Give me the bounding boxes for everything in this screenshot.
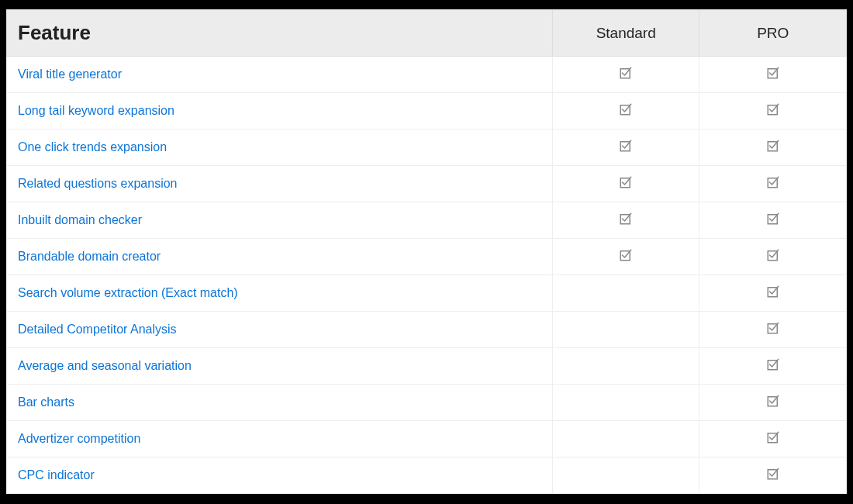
pro-cell xyxy=(699,93,847,129)
table-row: Search volume extraction (Exact match) xyxy=(7,275,847,312)
check-icon xyxy=(766,175,780,189)
comparison-table-container: Feature Standard PRO Viral title generat… xyxy=(6,9,847,494)
pro-cell xyxy=(699,275,847,312)
table-row: Bar charts xyxy=(7,385,847,421)
check-icon xyxy=(766,66,780,80)
check-icon xyxy=(619,102,633,116)
standard-cell xyxy=(552,312,699,348)
pro-cell xyxy=(699,385,847,421)
pro-cell xyxy=(699,202,847,239)
table-row: Detailed Competitor Analysis xyxy=(7,312,847,348)
pro-cell xyxy=(699,239,847,275)
feature-link[interactable]: Related questions expansion xyxy=(7,166,553,202)
table-row: Long tail keyword expansion xyxy=(7,93,847,129)
table-row: Related questions expansion xyxy=(7,166,847,202)
check-icon xyxy=(619,212,633,226)
col-header-feature: Feature xyxy=(7,10,553,57)
col-header-pro: PRO xyxy=(699,10,847,57)
standard-cell xyxy=(552,385,699,421)
standard-cell xyxy=(552,166,699,202)
table-row: Viral title generator xyxy=(7,57,847,93)
check-icon xyxy=(766,357,780,371)
check-icon xyxy=(619,66,633,80)
standard-cell xyxy=(552,275,699,312)
feature-link[interactable]: Long tail keyword expansion xyxy=(7,93,553,129)
table-row: Advertizer competition xyxy=(7,421,847,457)
feature-comparison-table: Feature Standard PRO Viral title generat… xyxy=(6,9,847,494)
feature-link[interactable]: Brandable domain creator xyxy=(7,239,553,275)
standard-cell xyxy=(552,129,699,166)
table-row: One click trends expansion xyxy=(7,129,847,166)
feature-link[interactable]: CPC indicator xyxy=(7,457,553,494)
feature-link[interactable]: Search volume extraction (Exact match) xyxy=(7,275,553,312)
check-icon xyxy=(766,102,780,116)
table-row: Brandable domain creator xyxy=(7,239,847,275)
table-row: CPC indicator xyxy=(7,457,847,494)
check-icon xyxy=(766,321,780,335)
table-row: Average and seasonal variation xyxy=(7,348,847,385)
check-icon xyxy=(766,248,780,262)
pro-cell xyxy=(699,129,847,166)
check-icon xyxy=(619,248,633,262)
standard-cell xyxy=(552,93,699,129)
check-icon xyxy=(766,212,780,226)
check-icon xyxy=(766,394,780,408)
standard-cell xyxy=(552,348,699,385)
feature-link[interactable]: Advertizer competition xyxy=(7,421,553,457)
standard-cell xyxy=(552,202,699,239)
feature-link[interactable]: Viral title generator xyxy=(7,57,553,93)
feature-link[interactable]: Detailed Competitor Analysis xyxy=(7,312,553,348)
col-header-standard: Standard xyxy=(552,10,699,57)
check-icon xyxy=(619,175,633,189)
feature-link[interactable]: Inbuilt domain checker xyxy=(7,202,553,239)
pro-cell xyxy=(699,421,847,457)
check-icon xyxy=(766,430,780,444)
feature-link[interactable]: Bar charts xyxy=(7,385,553,421)
feature-link[interactable]: Average and seasonal variation xyxy=(7,348,553,385)
feature-link[interactable]: One click trends expansion xyxy=(7,129,553,166)
standard-cell xyxy=(552,239,699,275)
standard-cell xyxy=(552,457,699,494)
pro-cell xyxy=(699,312,847,348)
pro-cell xyxy=(699,57,847,93)
pro-cell xyxy=(699,457,847,494)
pro-cell xyxy=(699,166,847,202)
table-row: Inbuilt domain checker xyxy=(7,202,847,239)
standard-cell xyxy=(552,57,699,93)
table-header-row: Feature Standard PRO xyxy=(7,10,847,57)
check-icon xyxy=(619,139,633,153)
check-icon xyxy=(766,139,780,153)
pro-cell xyxy=(699,348,847,385)
check-icon xyxy=(766,285,780,299)
check-icon xyxy=(766,467,780,481)
standard-cell xyxy=(552,421,699,457)
